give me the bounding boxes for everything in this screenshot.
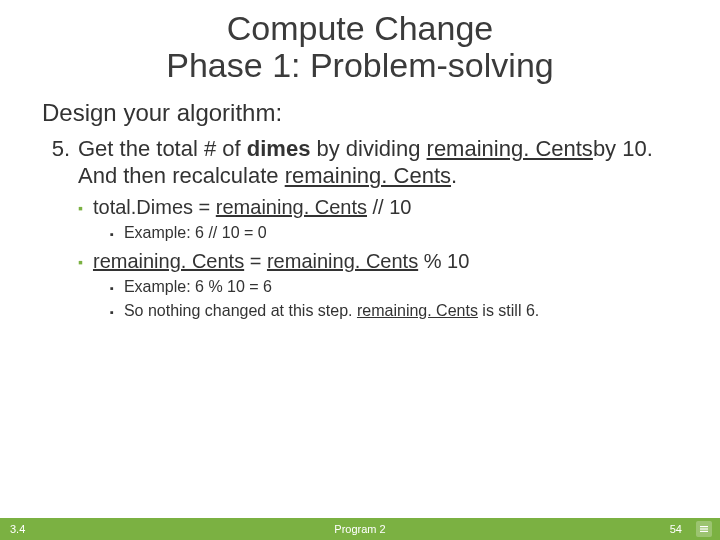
b1a-post: // 10	[367, 196, 411, 218]
b1b-ex2-pre: So nothing changed at this step.	[124, 302, 357, 319]
step-bold-dimes: dimes	[247, 136, 311, 161]
bullet-example-nochange: So nothing changed at this step. remaini…	[110, 302, 720, 322]
svg-rect-0	[700, 526, 708, 527]
step-underline-2: remaining. Cents	[285, 163, 451, 188]
footer-section: 3.4	[10, 523, 25, 535]
title-line-2: Phase 1: Problem-solving	[0, 47, 720, 84]
step-text-2: by dividing	[310, 136, 426, 161]
bullet-total-dimes: total.Dimes = remaining. Cents // 10	[78, 196, 720, 220]
svg-rect-2	[700, 531, 708, 532]
b1b-mid: =	[244, 250, 267, 272]
step-underline-1: remaining. Cents	[427, 136, 593, 161]
b1b-ex2-underline: remaining. Cents	[357, 302, 478, 319]
step-text-4: .	[451, 163, 457, 188]
subheading: Design your algorithm:	[42, 99, 720, 127]
step-number: 5.	[42, 135, 70, 190]
title-line-1: Compute Change	[0, 10, 720, 47]
b1b-ex2-post: is still 6.	[478, 302, 539, 319]
bullet-example-mod: Example: 6 % 10 = 6	[110, 278, 720, 298]
b1a-mid: .Dimes =	[131, 196, 216, 218]
b1a-example: Example: 6 // 10 = 0	[124, 224, 267, 242]
step-5: 5. Get the total # of dimes by dividing …	[42, 135, 678, 190]
footer-program: Program 2	[334, 523, 385, 535]
b1b-underline-1: remaining. Cents	[93, 250, 244, 272]
menu-icon[interactable]	[696, 521, 712, 537]
b1b-post: % 10	[418, 250, 469, 272]
b1a-underline: remaining. Cents	[216, 196, 367, 218]
svg-rect-1	[700, 528, 708, 529]
step-body: Get the total # of dimes by dividing rem…	[78, 135, 678, 190]
bullet-remaining-cents: remaining. Cents = remaining. Cents % 10	[78, 250, 720, 274]
title-block: Compute Change Phase 1: Problem-solving	[0, 0, 720, 85]
b1a-pre: total	[93, 196, 131, 218]
footer-page: 54	[670, 523, 682, 535]
b1b-example-1: Example: 6 % 10 = 6	[124, 278, 272, 296]
b1b-underline-2: remaining. Cents	[267, 250, 418, 272]
bullet-example-div: Example: 6 // 10 = 0	[110, 224, 720, 244]
footer-bar: 3.4 Program 2 54	[0, 518, 720, 540]
step-text-1: Get the total # of	[78, 136, 247, 161]
slide: Compute Change Phase 1: Problem-solving …	[0, 0, 720, 540]
